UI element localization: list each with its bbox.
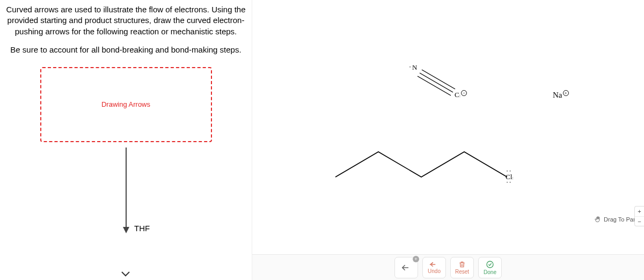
drawing-arrows-step-box[interactable]: Drawing Arrows [40, 67, 212, 142]
grab-hand-icon [594, 216, 602, 223]
reset-button[interactable]: Reset [450, 257, 474, 278]
reaction-arrow-icon [121, 148, 131, 233]
carbon-anion-label: C:− [455, 90, 467, 99]
zoom-control: + − [634, 206, 644, 226]
alkyl-halide-structure [333, 142, 515, 182]
question-panel: Curved arrows are used to illustrate the… [0, 0, 252, 280]
plus-badge-icon: + [413, 256, 419, 262]
plus-charge-icon: + [563, 90, 569, 96]
question-paragraph-1: Curved arrows are used to illustrate the… [5, 4, 246, 37]
drawing-arrows-label: Drawing Arrows [101, 100, 150, 109]
back-button[interactable]: + [394, 257, 418, 278]
svg-marker-1 [123, 227, 129, 233]
svg-line-3 [422, 70, 455, 89]
question-paragraph-2: Be sure to account for all bond-breaking… [5, 45, 246, 55]
svg-line-4 [418, 76, 451, 95]
structure-editor-panel: •N C:− Na+ • • Cl: • • Drag To Pan [252, 0, 644, 280]
undo-button[interactable]: Undo [422, 257, 446, 278]
zoom-in-button[interactable]: + [635, 207, 644, 216]
drag-to-pan-hint: Drag To Pan [594, 216, 636, 223]
back-arrow-icon [401, 263, 412, 272]
chlorine-atom-label: • • Cl: • • [506, 173, 514, 181]
svg-line-2 [420, 73, 453, 92]
cyanide-bond [415, 69, 460, 97]
editor-toolbar: + Undo Reset Done [252, 254, 644, 280]
zoom-out-button[interactable]: − [635, 216, 644, 226]
done-label: Done [484, 269, 496, 275]
undo-label: Undo [428, 268, 441, 274]
svg-point-5 [487, 261, 493, 268]
minus-charge-icon: − [461, 90, 467, 96]
undo-icon [429, 261, 439, 268]
sodium-cation-label: Na+ [553, 90, 569, 100]
drawing-canvas[interactable]: •N C:− Na+ • • Cl: • • Drag To Pan [252, 0, 644, 254]
drag-to-pan-label: Drag To Pan [604, 216, 636, 223]
nitrogen-atom-label: •N [411, 63, 418, 72]
reset-label: Reset [455, 269, 469, 275]
reagent-label: THF [134, 223, 150, 234]
chevron-down-icon[interactable] [121, 271, 130, 277]
check-circle-icon [486, 260, 494, 269]
done-button[interactable]: Done [478, 257, 502, 278]
trash-icon [458, 261, 466, 268]
